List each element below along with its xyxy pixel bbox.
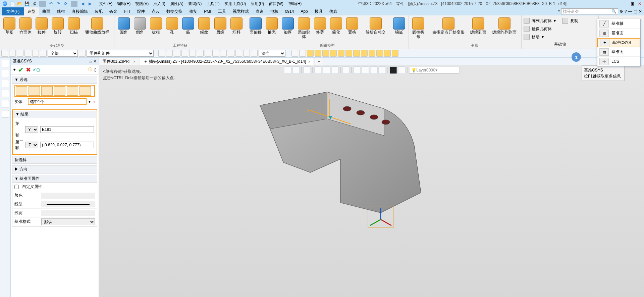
menu-query[interactable]: 查询(N): [186, 1, 204, 7]
menu-edit[interactable]: 编辑(E): [115, 1, 132, 7]
ct-icon[interactable]: [314, 66, 322, 74]
tab-tools[interactable]: 工具: [215, 7, 229, 15]
redo-icon[interactable]: ↷: [55, 1, 62, 7]
mode-5[interactable]: [67, 86, 78, 96]
move-button[interactable]: 移动▾: [524, 33, 596, 41]
tb-icon[interactable]: [243, 50, 250, 57]
help-icon[interactable]: ▯: [94, 67, 97, 72]
mdi-max-icon[interactable]: ▢: [634, 9, 637, 14]
dir-combo[interactable]: 法向: [259, 50, 285, 57]
open-icon[interactable]: 📂: [16, 1, 23, 7]
section-result[interactable]: ▼ 结果: [13, 111, 96, 118]
tb-icon[interactable]: [205, 50, 211, 57]
btn-revolve[interactable]: 旋转: [50, 17, 65, 42]
help-icon[interactable]: ?: [625, 9, 627, 14]
btn-sweep[interactable]: 扫描: [66, 17, 81, 42]
tb-icon[interactable]: [338, 50, 344, 57]
datum-axis[interactable]: ╱基准轴: [597, 19, 640, 29]
clear-icon[interactable]: ⌂: [93, 99, 95, 104]
tb-icon[interactable]: [79, 50, 86, 57]
tab-model[interactable]: 造型: [24, 7, 39, 15]
mode-3[interactable]: [41, 86, 53, 96]
tb-icon[interactable]: [181, 50, 188, 57]
tb-icon[interactable]: [166, 50, 173, 57]
axis2-dir[interactable]: Z: [25, 142, 38, 148]
axis1-dir[interactable]: Y: [25, 126, 38, 133]
pick-icon[interactable]: ▾: [89, 99, 91, 104]
rail-views-icon[interactable]: [2, 80, 9, 87]
filter-combo[interactable]: 全部: [48, 50, 78, 57]
btn-extrude[interactable]: 拉伸: [34, 17, 49, 42]
datum-lcs[interactable]: ✢LCS: [597, 57, 640, 66]
close-icon[interactable]: ✕: [637, 1, 643, 6]
tab-wire[interactable]: 线框: [54, 7, 68, 15]
ct-icon[interactable]: [370, 66, 377, 74]
nav-back-icon[interactable]: ◀: [79, 1, 86, 7]
btn-simplify[interactable]: 简化: [329, 17, 343, 42]
tab-sim[interactable]: 仿真: [326, 7, 341, 15]
doc-tab-active[interactable]: ＋ 插头(Amsss).Z3 - [410049002-2015-7-20-_X…: [140, 58, 314, 65]
search-icon[interactable]: 🔍: [611, 9, 616, 14]
btn-thread[interactable]: 螺纹: [197, 17, 212, 42]
tb-icon[interactable]: [228, 50, 234, 57]
tb-icon[interactable]: [1, 50, 8, 57]
apply-button[interactable]: ✔▢: [33, 67, 40, 72]
section-required[interactable]: ▼ 必选: [12, 76, 97, 84]
tb-icon[interactable]: [235, 50, 242, 57]
tb-icon[interactable]: [330, 50, 337, 57]
tb-icon[interactable]: [9, 50, 16, 57]
tb-icon[interactable]: [291, 50, 298, 57]
mode-6[interactable]: [79, 86, 91, 96]
gear-icon[interactable]: ⚙: [620, 9, 623, 14]
pattern-button[interactable]: 阵列几何体▾ 复制: [524, 17, 596, 25]
ct-icon[interactable]: [362, 66, 369, 74]
menu-window[interactable]: 窗口(W): [267, 1, 285, 7]
btn-draft[interactable]: 拔模: [149, 17, 163, 42]
ct-icon[interactable]: [284, 66, 291, 74]
tb-icon[interactable]: [197, 50, 204, 57]
custom-check[interactable]: [14, 184, 19, 190]
menu-util[interactable]: 实用工具(U): [222, 1, 248, 7]
tb-icon[interactable]: [17, 50, 23, 57]
print-icon[interactable]: 🖨: [31, 1, 38, 7]
tb-icon[interactable]: [40, 50, 47, 57]
axis1-value[interactable]: [40, 126, 94, 133]
section-dir[interactable]: ▶ 方向: [12, 166, 97, 173]
color-swatch[interactable]: [41, 193, 95, 199]
new-tab[interactable]: ＋: [315, 58, 323, 65]
tab-directedit[interactable]: 直接编辑: [68, 7, 91, 15]
format-combo[interactable]: 默认: [41, 218, 95, 225]
rail-render-icon[interactable]: [2, 90, 9, 97]
btn-inlay[interactable]: 镶嵌: [392, 17, 407, 42]
menu-props[interactable]: 属性(A): [168, 1, 185, 7]
btn-lip[interactable]: 唇缘: [213, 17, 228, 42]
mode-1[interactable]: [16, 86, 27, 96]
btn-trim[interactable]: 修剪: [313, 17, 327, 42]
ok-button[interactable]: ✔: [18, 66, 24, 74]
datum-csys[interactable]: ✦基准CSYS: [597, 38, 640, 47]
cancel-button[interactable]: ✖: [26, 66, 31, 73]
menu-tools[interactable]: 工具(T): [204, 1, 221, 7]
tab-data[interactable]: 数据交换: [163, 7, 186, 15]
tab-pmi[interactable]: PMI: [201, 7, 214, 15]
tb-icon[interactable]: [384, 50, 391, 57]
rail-layers-icon[interactable]: [2, 70, 9, 77]
section-datumprops[interactable]: ▼ 基准面属性: [12, 175, 97, 183]
panel-collapse-icon[interactable]: ▭ ✕: [89, 59, 97, 64]
btn-wraparr[interactable]: 缠绕阵列到面: [490, 17, 519, 42]
btn-cylbend[interactable]: 圆柱折弯: [411, 17, 426, 47]
tb-icon[interactable]: [369, 50, 375, 57]
btn-box[interactable]: 六面体: [18, 17, 33, 42]
file-tab[interactable]: 文件(F): [2, 7, 24, 15]
minimize-icon[interactable]: —: [622, 1, 628, 6]
tab-weld[interactable]: 焊件: [133, 7, 148, 15]
close-tab-icon[interactable]: ×: [133, 59, 136, 64]
viewport[interactable]: <单击右键>获取选项. 点击<CTRL-Del>撤销最后一步的输入点. 💡 La…: [99, 65, 644, 297]
tb-icon[interactable]: [315, 50, 321, 57]
save-icon[interactable]: 💾: [23, 1, 30, 7]
parts-combo[interactable]: 零件和组件: [87, 50, 154, 57]
menu-view[interactable]: 视图(V): [133, 1, 151, 7]
tb-icon[interactable]: [307, 50, 314, 57]
tab-asm[interactable]: 装配: [91, 7, 106, 15]
btn-deform[interactable]: 由指定点开始变形: [430, 17, 467, 42]
